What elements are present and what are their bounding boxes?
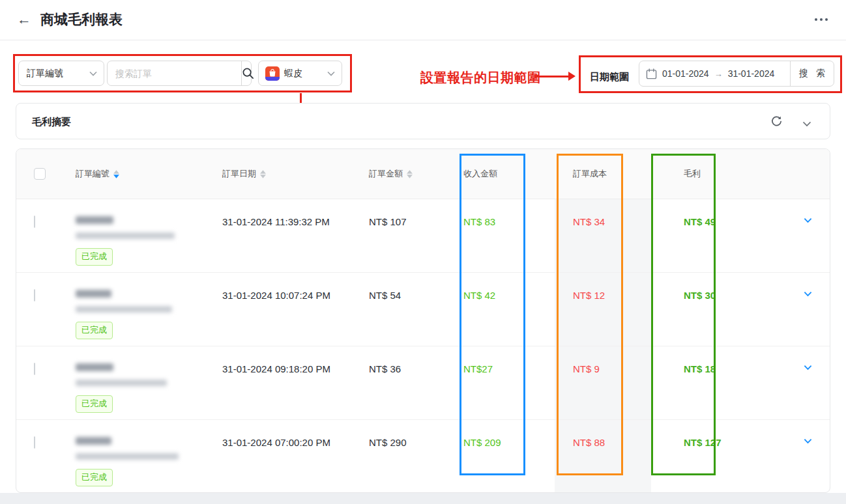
row-checkbox[interactable] (34, 216, 35, 228)
table-row: 已完成 31-01-2024 09:18:20 PM NT$ 36 NT$27 … (16, 346, 830, 420)
date-arrow: → (714, 69, 723, 79)
profit-summary-card: 毛利摘要 (16, 103, 830, 139)
revenue-value: NT$ 209 (463, 420, 573, 493)
page-title: 商城毛利報表 (40, 10, 123, 29)
blurred-order-id (76, 290, 111, 298)
table-header-row: 訂單編號 訂單日期 訂單金額 收入金額 訂單成本 毛利 (16, 149, 830, 199)
ellipsis-icon[interactable] (815, 18, 828, 21)
page-footer-strip (0, 493, 846, 504)
order-search-group (107, 61, 252, 86)
order-date: 31-01-2024 11:39:32 PM (222, 199, 369, 272)
back-arrow-icon[interactable]: ← (17, 11, 31, 28)
table-row: 已完成 31-01-2024 10:07:24 PM NT$ 54 NT$ 42… (16, 273, 830, 346)
table-row: 已完成 31-01-2024 11:39:32 PM NT$ 107 NT$ 8… (16, 199, 830, 273)
date-end: 31-01-2024 (728, 68, 775, 79)
sort-carets-icon[interactable] (407, 170, 413, 178)
order-date: 31-01-2024 10:07:24 PM (222, 273, 369, 346)
row-checkbox[interactable] (34, 363, 35, 375)
order-date: 31-01-2024 09:18:20 PM (222, 346, 369, 419)
chevron-down-icon (327, 71, 335, 76)
status-badge: 已完成 (76, 469, 113, 486)
order-amount: NT$ 54 (369, 273, 463, 346)
date-range-picker[interactable]: 01-01-2024 → 31-01-2024 (639, 61, 790, 86)
date-range-group: 01-01-2024 → 31-01-2024 搜 索 (639, 61, 834, 87)
date-range-label: 日期範圍 (590, 71, 629, 83)
channel-value: 蝦皮 (284, 68, 302, 79)
summary-title: 毛利摘要 (32, 116, 71, 128)
order-amount: NT$ 36 (369, 346, 463, 419)
revenue-value: NT$27 (463, 346, 573, 419)
order-amount: NT$ 107 (369, 199, 463, 272)
search-type-select[interactable]: 訂單編號 (18, 61, 104, 86)
revenue-value: NT$ 42 (463, 273, 573, 346)
blurred-order-ref (76, 306, 172, 313)
chevron-down-icon[interactable] (802, 118, 811, 130)
channel-select[interactable]: 蝦皮 (258, 61, 342, 86)
chevron-down-icon (89, 71, 97, 76)
row-checkbox[interactable] (34, 436, 35, 449)
search-type-value: 訂單編號 (27, 68, 63, 79)
cost-value: NT$ 88 (573, 420, 684, 493)
select-all-checkbox[interactable] (34, 168, 46, 180)
col-header-order-amount[interactable]: 訂單金額 (369, 168, 463, 180)
col-header-cost: 訂單成本 (573, 168, 684, 180)
col-header-order-date[interactable]: 訂單日期 (222, 168, 369, 180)
orders-table: 訂單編號 訂單日期 訂單金額 收入金額 訂單成本 毛利 (16, 148, 830, 493)
col-header-profit: 毛利 (684, 168, 785, 180)
calendar-icon (646, 68, 657, 79)
annotation-date-tip: 設置報告的日期範圍 (420, 69, 541, 87)
cost-value: NT$ 9 (573, 346, 684, 419)
table-row: 已完成 31-01-2024 07:00:20 PM NT$ 290 NT$ 2… (16, 420, 830, 493)
blurred-order-ref (76, 232, 175, 239)
expand-row-chevron-icon[interactable] (785, 199, 830, 272)
order-number-cell: 已完成 (76, 346, 222, 419)
search-input[interactable] (108, 61, 241, 85)
sort-carets-icon[interactable] (260, 170, 266, 178)
top-bar: ← 商城毛利報表 (0, 0, 846, 40)
profit-value: NT$ 127 (684, 420, 785, 493)
order-number-cell: 已完成 (76, 199, 222, 272)
profit-value: NT$ 49 (684, 199, 785, 272)
row-checkbox[interactable] (34, 289, 35, 301)
blurred-order-id (76, 363, 113, 371)
date-search-button[interactable]: 搜 索 (790, 61, 834, 86)
shopee-icon (265, 66, 280, 81)
refresh-icon[interactable] (770, 115, 783, 130)
order-amount: NT$ 290 (369, 420, 463, 493)
status-badge: 已完成 (76, 395, 113, 413)
search-icon (242, 67, 254, 79)
blurred-order-ref (76, 453, 179, 460)
annotation-arrow-right (534, 76, 568, 77)
profit-value: NT$ 30 (684, 273, 785, 346)
blurred-order-ref (76, 380, 167, 386)
order-number-cell: 已完成 (76, 273, 222, 346)
expand-row-chevron-icon[interactable] (785, 420, 830, 493)
order-date: 31-01-2024 07:00:20 PM (222, 420, 369, 493)
blurred-order-id (76, 437, 111, 445)
status-badge: 已完成 (76, 248, 113, 266)
revenue-value: NT$ 83 (463, 199, 573, 272)
blurred-order-id (76, 216, 113, 224)
cost-value: NT$ 34 (573, 199, 684, 272)
col-header-order-number[interactable]: 訂單編號 (76, 168, 222, 180)
annotation-arrowhead-right (568, 72, 576, 81)
col-header-revenue: 收入金額 (463, 168, 573, 180)
status-badge: 已完成 (76, 322, 113, 339)
profit-value: NT$ 18 (684, 346, 785, 419)
expand-row-chevron-icon[interactable] (785, 273, 830, 346)
search-button[interactable] (241, 61, 254, 85)
sort-carets-icon[interactable] (113, 170, 119, 178)
order-number-cell: 已完成 (76, 420, 222, 493)
expand-row-chevron-icon[interactable] (785, 346, 830, 419)
cost-value: NT$ 12 (573, 273, 684, 346)
date-start: 01-01-2024 (662, 68, 709, 79)
